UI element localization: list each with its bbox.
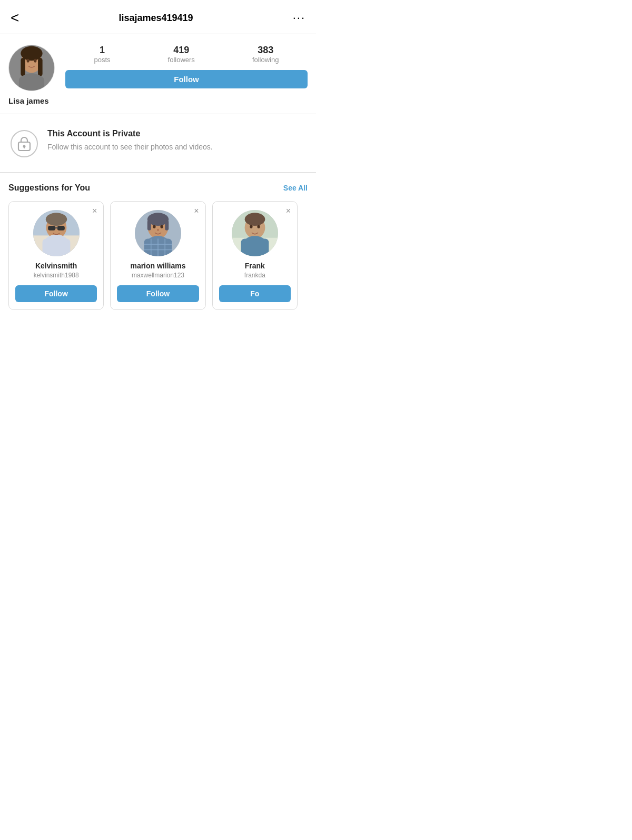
stat-posts[interactable]: 1 posts (94, 45, 111, 64)
profile-stats: 1 posts 419 followers 383 following Foll… (65, 45, 308, 88)
avatar-container (8, 45, 55, 91)
lock-icon (17, 135, 32, 152)
following-number: 383 (258, 45, 273, 56)
svg-point-40 (250, 225, 252, 228)
card-avatar-1 (33, 210, 80, 256)
svg-rect-6 (19, 76, 44, 91)
more-button[interactable]: ··· (293, 11, 305, 25)
card-close-3[interactable]: × (286, 207, 291, 215)
private-description: Follow this account to see their photos … (47, 142, 213, 153)
svg-point-39 (244, 213, 265, 226)
stats-row: 1 posts 419 followers 383 following (65, 45, 308, 64)
suggestions-title: Suggestions for You (8, 183, 90, 193)
svg-rect-17 (57, 226, 64, 231)
svg-point-7 (27, 59, 29, 63)
card-follow-button-2[interactable]: Follow (117, 285, 199, 302)
svg-rect-11 (24, 146, 25, 148)
svg-point-20 (43, 235, 69, 255)
card-username-3: frankda (244, 272, 265, 279)
suggestion-card-1: × (8, 201, 104, 310)
card-name-2: marion williams (130, 262, 185, 270)
card-name-3: Frank (245, 262, 265, 270)
svg-rect-16 (48, 226, 55, 231)
private-title: This Account is Private (47, 129, 213, 138)
see-all-link[interactable]: See All (283, 184, 308, 192)
card-close-2[interactable]: × (194, 207, 199, 215)
header: < lisajames419419 ··· (0, 0, 316, 34)
suggestions-cards-row: × (8, 201, 308, 310)
card-avatar-2 (135, 210, 181, 256)
svg-rect-18 (55, 227, 57, 229)
svg-rect-25 (165, 220, 169, 230)
suggestion-card-2: × (110, 201, 205, 310)
header-title: lisajames419419 (118, 13, 193, 24)
card-follow-button-1[interactable]: Follow (15, 285, 97, 302)
lock-icon-container (11, 130, 38, 157)
suggestions-section: Suggestions for You See All × (0, 173, 316, 310)
stat-followers[interactable]: 419 followers (168, 45, 195, 64)
svg-point-43 (242, 236, 268, 256)
card-username-2: maxwellmarion123 (132, 272, 184, 279)
card-avatar-3 (232, 210, 278, 256)
card-follow-button-3[interactable]: Fo (219, 285, 291, 302)
followers-label: followers (168, 56, 195, 64)
posts-label: posts (94, 56, 111, 64)
profile-section: 1 posts 419 followers 383 following Foll… (0, 34, 316, 114)
card-close-1[interactable]: × (92, 207, 97, 215)
svg-point-27 (160, 225, 163, 228)
stat-following[interactable]: 383 following (252, 45, 279, 64)
followers-number: 419 (173, 45, 189, 56)
svg-rect-3 (21, 58, 25, 76)
card-username-1: kelvinsmith1988 (34, 272, 79, 279)
posts-number: 1 (100, 45, 105, 56)
avatar (8, 45, 55, 91)
svg-point-26 (153, 225, 155, 228)
profile-display-name: Lisa james (8, 96, 308, 105)
following-label: following (252, 56, 279, 64)
svg-point-8 (34, 59, 36, 63)
suggestions-header: Suggestions for You See All (8, 183, 308, 193)
private-text: This Account is Private Follow this acco… (47, 129, 213, 153)
private-account-section: This Account is Private Follow this acco… (0, 114, 316, 173)
svg-rect-24 (147, 220, 151, 230)
svg-point-41 (257, 225, 260, 228)
svg-rect-4 (38, 58, 43, 76)
svg-point-15 (45, 213, 66, 226)
svg-point-28 (157, 229, 159, 231)
suggestion-card-3: × Frank frankda Fo (212, 201, 298, 310)
back-button[interactable]: < (11, 9, 19, 26)
card-name-1: Kelvinsmith (35, 262, 77, 270)
profile-follow-button[interactable]: Follow (65, 70, 308, 88)
profile-top: 1 posts 419 followers 383 following Foll… (8, 45, 308, 91)
